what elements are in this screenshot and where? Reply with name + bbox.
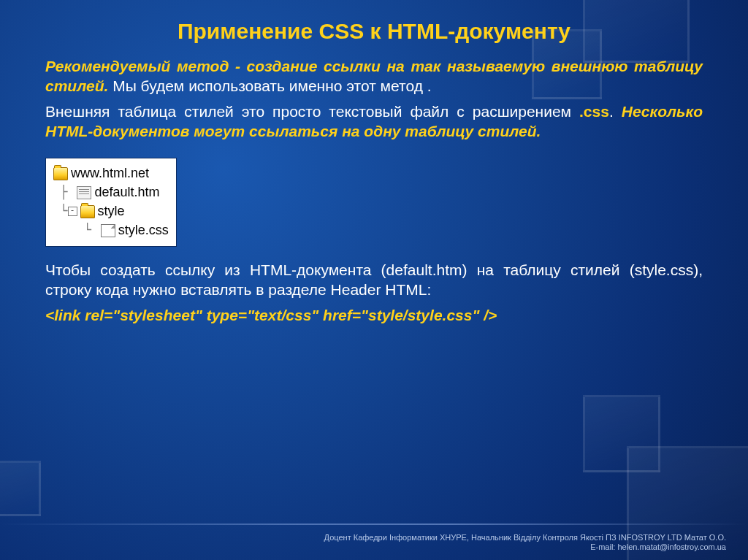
p1-rest: Мы будем использовать именно этот метод … — [108, 77, 431, 94]
tree-connector: └ — [52, 223, 99, 238]
tree-connector: └ — [52, 204, 68, 219]
footer-line-2: E-mail: helen.matat@infostroy.com.ua — [324, 542, 726, 553]
code-text: <link rel="stylesheet" type="text/css" h… — [45, 307, 497, 323]
tree-row-file1: ├ default.htm — [52, 183, 169, 202]
footer: Доцент Кафедри Інформатики ХНУРЕ, Началь… — [324, 533, 726, 553]
folder-icon — [53, 167, 68, 180]
folder-icon — [80, 205, 95, 218]
tree-row-folder2: └ - style — [52, 202, 169, 221]
tree-root-label: www.html.net — [71, 166, 149, 181]
slide-title: Применение CSS к HTML-документу — [45, 19, 703, 45]
p2-a: Внешняя таблица стилей это просто тексто… — [45, 103, 579, 120]
footer-line-1: Доцент Кафедри Інформатики ХНУРЕ, Началь… — [324, 533, 726, 543]
page-icon — [77, 186, 91, 199]
tree-row-root: www.html.net — [52, 164, 169, 183]
footer-divider — [0, 523, 748, 525]
slide-content: Применение CSS к HTML-документу Рекоменд… — [0, 0, 748, 560]
paragraph-3: Чтобы создать ссылку из HTML-документа (… — [45, 260, 703, 300]
file-tree: www.html.net ├ default.htm └ - style └ s… — [45, 158, 177, 247]
tree-file2-label: style.css — [118, 223, 169, 238]
tree-row-file2: └ style.css — [52, 221, 169, 240]
tree-file1-label: default.htm — [94, 185, 159, 200]
tree-connector: ├ — [52, 185, 75, 200]
tree-folder2-label: style — [98, 204, 125, 219]
paragraph-1: Рекомендуемый метод - создание ссылки на… — [45, 56, 703, 96]
paragraph-2: Внешняя таблица стилей это просто тексто… — [45, 101, 703, 142]
expander-icon: - — [68, 207, 77, 216]
p2-b: . — [609, 103, 622, 120]
file-icon — [101, 224, 115, 237]
p2-ext: .css — [579, 103, 609, 120]
code-line: <link rel="stylesheet" type="text/css" h… — [45, 305, 703, 325]
